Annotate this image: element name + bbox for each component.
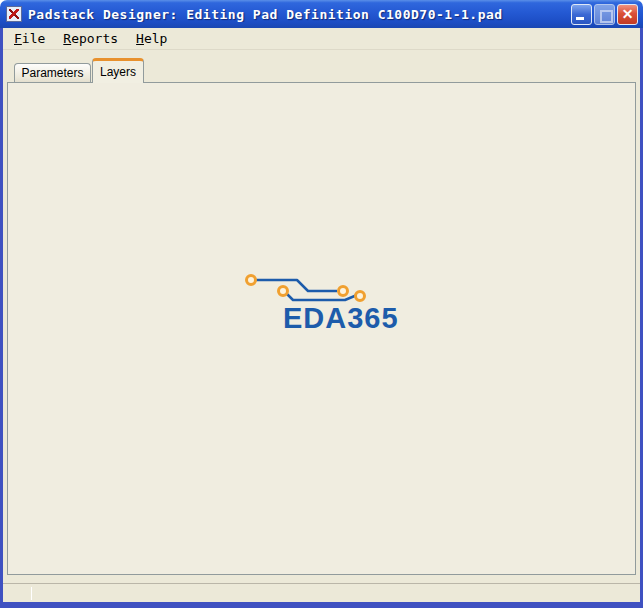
title-bar[interactable]: Padstack Designer: Editing Pad Definitio… <box>0 0 643 28</box>
layers-tab-panel <box>7 82 636 575</box>
status-bar-separator <box>31 587 32 600</box>
tab-layers[interactable]: Layers <box>92 58 144 83</box>
menu-bar: File Reports Help <box>3 28 640 50</box>
minimize-button[interactable] <box>571 4 592 25</box>
maximize-button <box>594 4 615 25</box>
menu-file[interactable]: File <box>12 30 47 47</box>
window-title: Padstack Designer: Editing Pad Definitio… <box>28 7 569 22</box>
app-icon <box>6 6 22 22</box>
menu-reports[interactable]: Reports <box>61 30 120 47</box>
tab-parameters[interactable]: Parameters <box>14 63 91 83</box>
menu-help[interactable]: Help <box>134 30 169 47</box>
close-button[interactable]: ✕ <box>617 4 638 25</box>
status-bar <box>3 583 640 602</box>
padstack-designer-window: Padstack Designer: Editing Pad Definitio… <box>0 0 643 608</box>
